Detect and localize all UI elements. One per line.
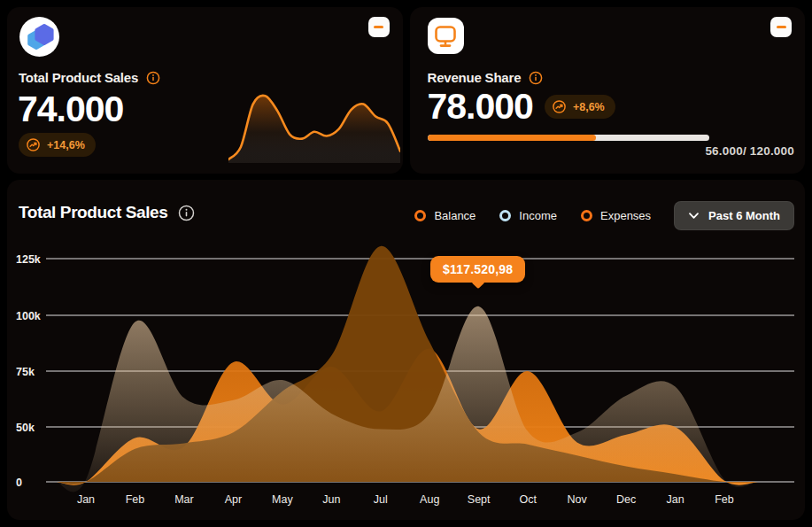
x-axis-label: Mar: [174, 493, 194, 506]
dashboard-page: Total Product Sales 74.000 +14,6%: [0, 0, 812, 527]
y-axis-label: 125k: [16, 253, 41, 266]
x-axis-label: Jan: [666, 493, 684, 506]
sales-card-title: Total Product Sales: [19, 70, 138, 85]
sparkline-area: [228, 96, 400, 163]
monitor-icon-badge: [428, 18, 464, 54]
sales-value: 74.000: [18, 91, 123, 128]
revenue-progress-fill: [428, 135, 597, 141]
total-product-sales-card: Total Product Sales 74.000 +14,6%: [7, 7, 403, 174]
info-icon[interactable]: [529, 71, 543, 85]
trend-up-icon: [552, 99, 567, 114]
y-axis-label: 75k: [16, 366, 35, 378]
minus-icon: [374, 26, 383, 28]
x-axis-label: May: [272, 493, 293, 506]
x-axis-label: Dec: [616, 493, 636, 506]
sales-sparkline-chart: [228, 89, 400, 163]
sales-badge-text: +14,6%: [47, 139, 85, 151]
x-axis-label: Nov: [567, 493, 587, 506]
collapse-sales-card-button[interactable]: [368, 17, 390, 37]
y-axis-label: 100k: [16, 310, 41, 322]
chevron-down-icon: [688, 212, 700, 220]
info-icon[interactable]: [178, 205, 195, 221]
app-logo-icon: [23, 20, 57, 54]
sales-sparkline: [228, 89, 400, 163]
minus-icon: [777, 26, 786, 28]
revenue-value: 78.000: [428, 89, 533, 125]
chart-tooltip: $117.520,98: [430, 256, 525, 283]
x-axis-label: Feb: [715, 493, 734, 506]
x-axis-label: Jul: [374, 493, 388, 506]
x-axis-label: Apr: [225, 493, 242, 506]
collapse-revenue-card-button[interactable]: [770, 17, 792, 37]
sales-trend-badge: +14,6%: [19, 133, 96, 157]
stats-row: Total Product Sales 74.000 +14,6%: [7, 7, 805, 174]
trend-up-icon: [26, 137, 41, 152]
revenue-trend-badge: +8,6%: [545, 95, 615, 119]
x-axis-label: Sept: [468, 493, 491, 506]
info-icon[interactable]: [146, 71, 160, 85]
x-axis-label: Feb: [126, 493, 145, 506]
x-axis-label: Jan: [77, 493, 95, 506]
main-chart-svg: 125k100k75k50k0JanFebMarAprMayJunJulAugS…: [7, 221, 805, 516]
y-axis-label: 0: [16, 477, 22, 489]
main-chart-card: Total Product Sales BalanceIncomeExpense…: [7, 180, 805, 520]
x-axis-label: Aug: [420, 493, 439, 506]
revenue-progress-bar: [428, 135, 709, 141]
revenue-badge-text: +8,6%: [573, 101, 605, 113]
chart-title: Total Product Sales: [19, 203, 167, 222]
revenue-card-title: Revenue Share: [428, 70, 522, 85]
x-axis-label: Jun: [322, 493, 340, 506]
revenue-share-card: Revenue Share 78.000 +8,6%: [410, 7, 806, 174]
app-logo: [19, 17, 59, 57]
monitor-icon: [428, 19, 463, 54]
revenue-progress-label: 56.000/ 120.000: [705, 144, 794, 158]
y-axis-label: 50k: [16, 422, 35, 434]
x-axis-label: Oct: [519, 493, 537, 506]
